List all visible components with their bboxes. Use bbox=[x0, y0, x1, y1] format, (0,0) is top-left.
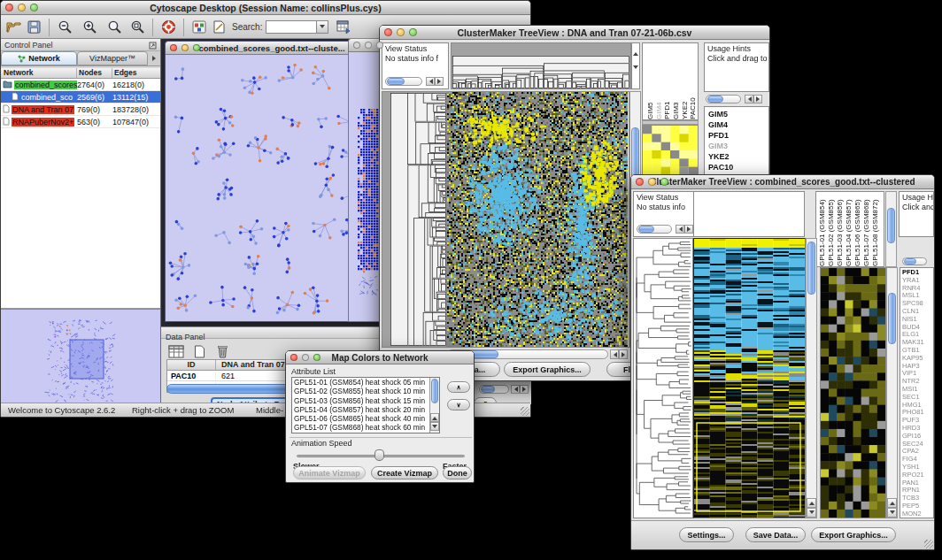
tv2-heatmap[interactable] bbox=[693, 238, 806, 518]
gene-label[interactable]: GIM3 bbox=[708, 141, 768, 151]
trash-icon[interactable] bbox=[212, 342, 232, 360]
col-header-edges[interactable]: Edges bbox=[112, 68, 160, 78]
gene-label[interactable]: SPC98 bbox=[902, 300, 933, 308]
tv1-column-labels-panel[interactable]: GIM5GIM4PFD1GIM3YKE2PAC10 bbox=[642, 42, 699, 120]
tv2-gene-list[interactable]: PFD1YRA1RNR4MSL1SPC98CLN1NIS1BUD4ELG1MAK… bbox=[900, 267, 934, 518]
gene-label[interactable]: NIS1 bbox=[902, 316, 933, 324]
resize-grip[interactable] bbox=[521, 407, 529, 416]
close-button[interactable] bbox=[5, 4, 13, 12]
help-lifering-icon[interactable] bbox=[158, 19, 178, 36]
tv2-save-data-button[interactable]: Save Data... bbox=[745, 527, 806, 542]
attribute-list-item[interactable]: GPL51-02 (GSM855) heat shock 10 min bbox=[294, 387, 439, 395]
gene-label[interactable]: CLN1 bbox=[902, 308, 933, 316]
animate-vizmap-button[interactable]: Animate Vizmap bbox=[293, 466, 366, 479]
table-grid-icon[interactable] bbox=[166, 342, 186, 360]
vizmapper-icon[interactable] bbox=[189, 19, 209, 36]
gene-label[interactable]: GIM5 bbox=[708, 109, 768, 119]
scroll-down-button[interactable] bbox=[430, 422, 439, 431]
tv2-column-labels-panel[interactable]: GPL51-01 (GSM854)GPL51-02 (GSM855)GPL51-… bbox=[815, 191, 884, 267]
gene-label[interactable]: SEC1 bbox=[902, 394, 933, 402]
gene-label[interactable]: PFD1 bbox=[902, 269, 933, 277]
column-label[interactable]: GPL51-02 (GSM855) bbox=[827, 192, 836, 266]
gene-label[interactable]: HMG1 bbox=[902, 402, 933, 410]
move-up-button[interactable]: ∧ bbox=[447, 381, 470, 393]
search-dropdown-arrow-icon[interactable] bbox=[317, 20, 328, 34]
tv2-zoom-heatmap[interactable] bbox=[820, 267, 886, 518]
attribute-list-item[interactable]: GPL51-06 (GSM865) heat shock 40 min bbox=[294, 414, 439, 423]
tv2-zoom-heatmap-canvas[interactable] bbox=[821, 268, 885, 518]
network-row[interactable]: combined_sco2569(6)13112(15) bbox=[1, 91, 160, 104]
tv2-zoom-vscrollbar[interactable] bbox=[886, 267, 898, 518]
gene-label[interactable]: NTR2 bbox=[902, 378, 933, 386]
zoom-button[interactable] bbox=[313, 354, 320, 361]
gene-label[interactable]: YSH1 bbox=[902, 464, 933, 472]
frame-zoom-button[interactable] bbox=[376, 42, 383, 49]
gene-label[interactable]: KAP95 bbox=[902, 355, 933, 363]
resize-grip[interactable] bbox=[924, 540, 933, 548]
zoom-button[interactable] bbox=[409, 28, 417, 36]
scroll-right-button[interactable] bbox=[753, 95, 762, 104]
gene-label[interactable]: FIG4 bbox=[902, 456, 933, 464]
zoom-button[interactable] bbox=[660, 178, 668, 186]
tab-network[interactable]: Network bbox=[1, 51, 77, 65]
minimize-button[interactable] bbox=[648, 178, 656, 186]
gene-label[interactable]: VIP1 bbox=[902, 370, 933, 378]
gene-label[interactable]: YKE2 bbox=[708, 151, 768, 162]
tv1-column-arrows-strip[interactable] bbox=[631, 42, 640, 89]
tv1-heatmap[interactable] bbox=[447, 91, 629, 348]
column-label[interactable]: GPL51-08 (GSM872) bbox=[871, 192, 880, 266]
attribute-list-item[interactable]: GPL51-04 (GSM857) heat shock 20 min bbox=[294, 405, 439, 414]
create-vizmap-button[interactable]: Create Vizmap bbox=[371, 466, 438, 479]
scroll-right-button[interactable] bbox=[435, 77, 444, 86]
done-button[interactable]: Done bbox=[443, 466, 472, 479]
scroll-up-button[interactable] bbox=[887, 498, 897, 508]
scroll-up-button[interactable] bbox=[430, 413, 439, 422]
tv2-status-scrollbar[interactable] bbox=[637, 225, 672, 234]
treeview1-titlebar[interactable]: ClusterMaker TreeView : DNA and Tran 07-… bbox=[380, 26, 769, 40]
network-table-header[interactable]: Network Nodes Edges bbox=[1, 68, 160, 79]
column-label[interactable]: PFD1 bbox=[663, 43, 672, 119]
tv2-dendrogram-panel[interactable] bbox=[633, 238, 693, 518]
column-label[interactable]: GPL51-06 (GSM865) bbox=[853, 192, 862, 266]
tv2-heatmap-vscrollbar[interactable] bbox=[806, 238, 817, 518]
close-button[interactable] bbox=[290, 354, 297, 361]
gene-label[interactable]: PAN1 bbox=[902, 479, 933, 487]
main-titlebar[interactable]: Cytoscape Desktop (Session Name: collins… bbox=[1, 1, 530, 15]
tab-vizmapper[interactable]: VizMapper™ bbox=[77, 51, 148, 65]
column-label[interactable]: GPL51-07 (GSM868) bbox=[862, 192, 871, 266]
gene-label[interactable]: CPA2 bbox=[902, 448, 933, 456]
attribute-list-item[interactable]: GPL51-03 (GSM856) heat shock 15 min bbox=[294, 396, 439, 405]
tv1-heatmap-canvas[interactable] bbox=[447, 92, 628, 347]
scroll-left-button[interactable] bbox=[676, 225, 684, 234]
gene-label[interactable]: RPO21 bbox=[902, 472, 933, 479]
frame-minimize-button[interactable] bbox=[365, 42, 372, 49]
gene-label[interactable]: RPN1 bbox=[902, 487, 933, 495]
data-col-id[interactable]: ID bbox=[167, 360, 216, 370]
network-overview-canvas[interactable] bbox=[1, 310, 159, 403]
network-row[interactable]: RNAPuberNov2+563(0)107847(0) bbox=[1, 116, 160, 128]
gene-label[interactable]: ELG1 bbox=[902, 331, 933, 339]
column-label[interactable]: YKE2 bbox=[681, 43, 690, 119]
tv1-zoom-matrix-panel[interactable] bbox=[642, 125, 699, 176]
tv2-labels-vscrollbar[interactable] bbox=[885, 191, 897, 267]
close-button[interactable] bbox=[636, 178, 644, 186]
table-import-icon[interactable] bbox=[334, 19, 353, 36]
tv2-settings-button[interactable]: Settings... bbox=[679, 527, 734, 542]
network-row[interactable]: combined_scores2764(0)16218(0) bbox=[1, 79, 160, 91]
tv2-heatmap-canvas[interactable] bbox=[694, 239, 805, 518]
minimize-button[interactable] bbox=[397, 28, 405, 36]
attribute-list[interactable]: GPL51-01 (GSM854) heat shock 05 minGPL51… bbox=[291, 377, 440, 433]
gene-label[interactable]: MSL1 bbox=[902, 292, 933, 300]
gene-label[interactable]: MAK31 bbox=[902, 339, 933, 347]
attribute-list-scrollbar[interactable] bbox=[429, 378, 439, 433]
annotation-icon[interactable] bbox=[209, 19, 228, 36]
zoom-fit-icon[interactable] bbox=[127, 19, 147, 36]
scroll-down-button[interactable] bbox=[807, 508, 816, 518]
tv1-export-graphics-button[interactable]: Export Graphics... bbox=[504, 362, 591, 377]
network-row[interactable]: DNA and Tran 07769(0)183728(0) bbox=[1, 104, 160, 116]
scroll-left-button[interactable] bbox=[426, 77, 435, 86]
scroll-left-button[interactable] bbox=[511, 385, 520, 394]
column-label[interactable]: GPL51-01 (GSM854) bbox=[818, 192, 827, 266]
scroll-right-button[interactable] bbox=[619, 349, 628, 359]
tv2-dendrogram-canvas[interactable] bbox=[634, 239, 692, 518]
